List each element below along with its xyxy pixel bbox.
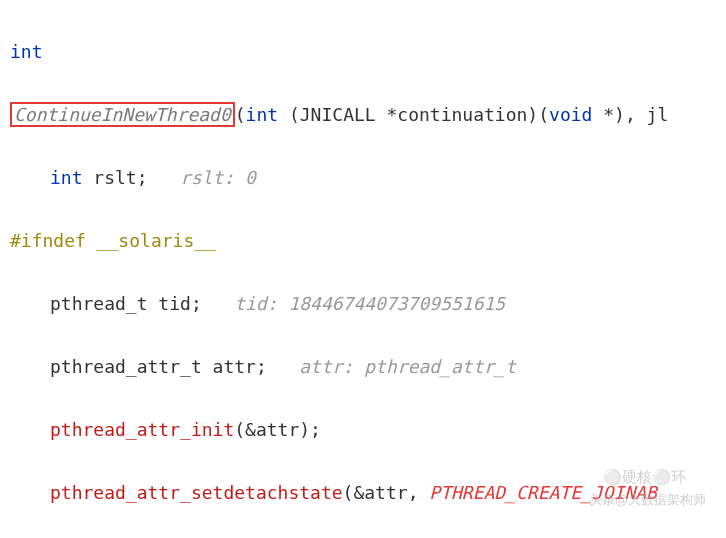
preprocessor-ifndef: #ifndef — [10, 230, 86, 251]
sig-text: *), jl — [592, 104, 668, 125]
watermark-text: ⚪硬核⚪环 — [603, 464, 686, 490]
code-text: (&attr, — [343, 482, 430, 503]
function-name-highlighted: ContinueInNewThread0 — [10, 102, 235, 127]
function-call: pthread_attr_setdetachstate — [50, 482, 343, 503]
preprocessor-macro: __solaris__ — [86, 230, 216, 251]
inline-hint: rslt: 0 — [148, 167, 256, 188]
inline-hint: attr: pthread_attr_t — [267, 356, 516, 377]
keyword-int: int — [10, 41, 43, 62]
keyword-void: void — [549, 104, 592, 125]
code-text: pthread_t tid; — [50, 293, 202, 314]
code-text: (&attr); — [234, 419, 321, 440]
code-editor[interactable]: int ContinueInNewThread0(int (JNICALL *c… — [0, 0, 726, 538]
code-text: pthread_attr_t attr; — [50, 356, 267, 377]
code-text: rslt; — [83, 167, 148, 188]
sig-paren: ( — [235, 104, 246, 125]
keyword-int: int — [246, 104, 279, 125]
sig-text: (JNICALL *continuation)( — [278, 104, 549, 125]
function-call: pthread_attr_init — [50, 419, 234, 440]
inline-hint: tid: 18446744073709551615 — [202, 293, 505, 314]
watermark-text: 头条@大数据架构师 — [589, 489, 706, 512]
keyword-int: int — [50, 167, 83, 188]
